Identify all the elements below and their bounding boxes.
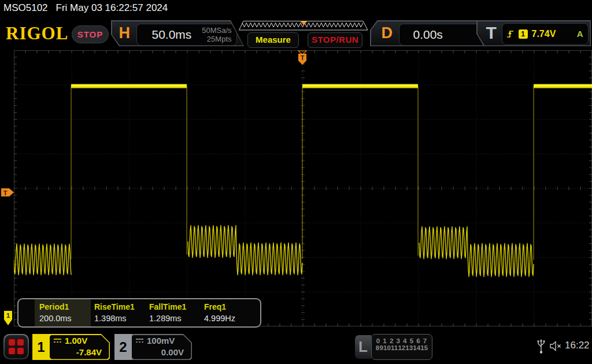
trigger-level-value: 7.74V — [532, 29, 556, 39]
trigger-level-marker[interactable]: T — [1, 187, 14, 198]
measurement-value: 200.0ms — [39, 314, 72, 323]
svg-text:1: 1 — [6, 312, 10, 319]
measurement-value: 4.999Hz — [204, 314, 235, 323]
channel2-scale: 100mV — [147, 336, 175, 346]
graticule — [14, 50, 592, 326]
datetime: Fri May 03 16:22:57 2024 — [56, 2, 168, 13]
dc-coupling-icon — [53, 338, 62, 344]
channel1-offset: -7.84V — [76, 347, 102, 357]
measurement-label: Period1 — [39, 302, 69, 311]
measurement-label: RiseTime1 — [94, 302, 135, 311]
trigger-position-marker[interactable]: T — [297, 50, 308, 66]
measure-button[interactable]: Measure — [247, 32, 299, 48]
channel1-block[interactable]: 1 1.00V -7.84V — [32, 334, 110, 360]
channel2-offset: 0.00V — [161, 347, 184, 357]
measurement-value: 1.398ms — [94, 314, 127, 323]
measurement-label: FallTime1 — [149, 302, 186, 311]
trigger-panel[interactable]: T 1 7.74V A — [476, 20, 591, 46]
acquisition-state-pill: STOP — [72, 25, 109, 43]
mute-icon — [549, 340, 563, 352]
channel1-scale: 1.00V — [65, 336, 87, 346]
measurement-value: 1.289ms — [149, 314, 182, 323]
ch1-position-marker[interactable]: 1 — [3, 310, 13, 326]
sample-rate: 50MSa/s — [202, 26, 231, 35]
logic-analyzer-tab: L — [355, 335, 371, 359]
model-name: MSO5102 — [3, 2, 48, 13]
stop-run-button[interactable]: STOP/RUN — [308, 32, 362, 48]
oscilloscope-screen: { "titlebar": { "model": "MSO5102", "dat… — [0, 0, 592, 364]
delay-label: D — [382, 24, 393, 42]
menu-grid-button[interactable] — [3, 334, 29, 359]
trigger-mode-indicator: A — [577, 29, 584, 39]
timebase-value: 50.0ms — [152, 24, 192, 45]
horizontal-panel[interactable]: H 50.0ms 50MSa/s 25Mpts — [111, 20, 244, 46]
ch1-waveform — [14, 86, 592, 277]
horizontal-position-preview[interactable] — [239, 21, 368, 31]
delay-value: 0.00s — [413, 24, 443, 45]
status-bar: MSO5102Fri May 03 16:22:57 2024 — [3, 2, 587, 17]
digital-channels-row2: 8 9 10 11 12 13 14 15 — [372, 344, 432, 351]
channel2-tab: 2 — [114, 334, 132, 360]
clock: 16:22 — [565, 340, 590, 351]
brand-logo: RIGOL — [6, 23, 68, 44]
digital-channels-row1: 0 1 2 3 4 5 6 7 — [372, 337, 432, 344]
dc-coupling-icon — [135, 338, 144, 344]
logic-analyzer-block[interactable]: L 0 1 2 3 4 5 6 7 8 9 10 11 12 13 14 15 — [354, 334, 432, 360]
usb-icon — [536, 339, 546, 355]
measurement-label: Freq1 — [204, 302, 226, 311]
svg-text:T: T — [301, 54, 305, 61]
trigger-label: T — [486, 23, 497, 43]
channel1-tab: 1 — [32, 334, 50, 360]
channel2-block[interactable]: 2 100mV 0.00V — [114, 334, 192, 360]
memory-depth: 25Mpts — [202, 35, 231, 43]
trigger-edge-icon — [506, 29, 515, 39]
horizontal-label: H — [119, 24, 131, 42]
measurement-panel: Period1 200.0ms RiseTime1 1.398ms FallTi… — [17, 298, 261, 328]
svg-text:T: T — [3, 190, 8, 196]
trigger-source-badge: 1 — [519, 29, 528, 39]
